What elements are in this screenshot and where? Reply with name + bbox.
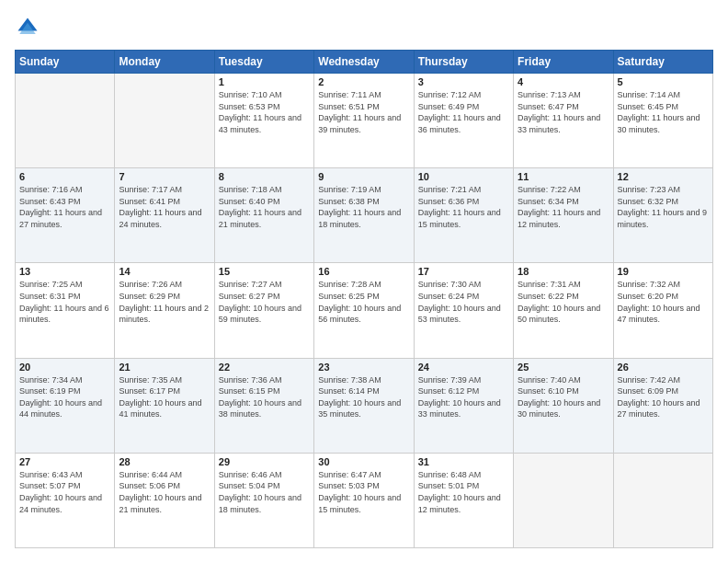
calendar-cell: 29Sunrise: 6:46 AMSunset: 5:04 PMDayligh…: [214, 453, 313, 547]
day-info: Sunrise: 7:39 AMSunset: 6:12 PMDaylight:…: [418, 374, 509, 420]
calendar-cell: 27Sunrise: 6:43 AMSunset: 5:07 PMDayligh…: [16, 453, 115, 547]
calendar-cell: 3Sunrise: 7:12 AMSunset: 6:49 PMDaylight…: [414, 74, 513, 168]
calendar-cell: 1Sunrise: 7:10 AMSunset: 6:53 PMDaylight…: [214, 74, 313, 168]
day-number: 22: [219, 362, 310, 373]
logo-icon: [15, 15, 40, 40]
calendar-cell: 28Sunrise: 6:44 AMSunset: 5:06 PMDayligh…: [115, 453, 214, 547]
calendar-cell: 15Sunrise: 7:27 AMSunset: 6:27 PMDayligh…: [214, 263, 313, 358]
calendar-cell: 17Sunrise: 7:30 AMSunset: 6:24 PMDayligh…: [414, 263, 513, 358]
day-number: 23: [318, 362, 409, 373]
day-info: Sunrise: 6:47 AMSunset: 5:03 PMDaylight:…: [318, 469, 409, 515]
calendar-cell: 9Sunrise: 7:19 AMSunset: 6:38 PMDaylight…: [314, 168, 414, 263]
day-info: Sunrise: 7:13 AMSunset: 6:47 PMDaylight:…: [518, 89, 609, 135]
day-info: Sunrise: 7:38 AMSunset: 6:14 PMDaylight:…: [318, 374, 409, 420]
day-info: Sunrise: 7:18 AMSunset: 6:40 PMDaylight:…: [219, 184, 310, 230]
day-info: Sunrise: 7:30 AMSunset: 6:24 PMDaylight:…: [418, 279, 509, 325]
calendar-cell: 4Sunrise: 7:13 AMSunset: 6:47 PMDaylight…: [514, 74, 613, 168]
day-info: Sunrise: 7:19 AMSunset: 6:38 PMDaylight:…: [318, 184, 409, 230]
day-number: 24: [418, 362, 509, 373]
day-number: 27: [19, 456, 110, 467]
day-info: Sunrise: 7:25 AMSunset: 6:31 PMDaylight:…: [19, 279, 110, 325]
weekday-header: Tuesday: [214, 51, 313, 74]
day-number: 16: [318, 266, 409, 277]
day-number: 30: [318, 456, 409, 467]
day-info: Sunrise: 6:48 AMSunset: 5:01 PMDaylight:…: [418, 469, 509, 515]
calendar-cell: 23Sunrise: 7:38 AMSunset: 6:14 PMDayligh…: [314, 358, 414, 453]
day-number: 17: [418, 266, 509, 277]
day-number: 31: [418, 456, 509, 467]
calendar-cell: 31Sunrise: 6:48 AMSunset: 5:01 PMDayligh…: [414, 453, 513, 547]
weekday-header: Thursday: [414, 51, 513, 74]
day-number: 12: [618, 171, 709, 182]
day-number: 28: [119, 456, 210, 467]
calendar-cell: 6Sunrise: 7:16 AMSunset: 6:43 PMDaylight…: [16, 168, 115, 263]
day-info: Sunrise: 7:16 AMSunset: 6:43 PMDaylight:…: [19, 184, 110, 230]
calendar-cell: 25Sunrise: 7:40 AMSunset: 6:10 PMDayligh…: [514, 358, 613, 453]
day-number: 4: [518, 76, 609, 87]
calendar-week-row: 1Sunrise: 7:10 AMSunset: 6:53 PMDaylight…: [16, 74, 713, 168]
day-number: 6: [19, 171, 110, 182]
calendar-cell: 8Sunrise: 7:18 AMSunset: 6:40 PMDaylight…: [214, 168, 313, 263]
weekday-header: Sunday: [16, 51, 115, 74]
page: SundayMondayTuesdayWednesdayThursdayFrid…: [0, 0, 728, 563]
day-number: 1: [219, 76, 310, 87]
day-number: 14: [119, 266, 210, 277]
calendar-cell: 5Sunrise: 7:14 AMSunset: 6:45 PMDaylight…: [613, 74, 712, 168]
weekday-header: Monday: [115, 51, 214, 74]
calendar-cell: 11Sunrise: 7:22 AMSunset: 6:34 PMDayligh…: [514, 168, 613, 263]
day-info: Sunrise: 7:40 AMSunset: 6:10 PMDaylight:…: [518, 374, 609, 420]
day-info: Sunrise: 7:32 AMSunset: 6:20 PMDaylight:…: [618, 279, 709, 325]
day-number: 26: [618, 362, 709, 373]
calendar-cell: [514, 453, 613, 547]
day-number: 3: [418, 76, 509, 87]
calendar-cell: [16, 74, 115, 168]
day-number: 10: [418, 171, 509, 182]
calendar-cell: 13Sunrise: 7:25 AMSunset: 6:31 PMDayligh…: [16, 263, 115, 358]
calendar-week-row: 20Sunrise: 7:34 AMSunset: 6:19 PMDayligh…: [16, 358, 713, 453]
day-info: Sunrise: 7:42 AMSunset: 6:09 PMDaylight:…: [618, 374, 709, 420]
day-info: Sunrise: 7:22 AMSunset: 6:34 PMDaylight:…: [518, 184, 609, 230]
calendar-cell: 26Sunrise: 7:42 AMSunset: 6:09 PMDayligh…: [613, 358, 712, 453]
calendar-cell: 2Sunrise: 7:11 AMSunset: 6:51 PMDaylight…: [314, 74, 414, 168]
day-info: Sunrise: 7:34 AMSunset: 6:19 PMDaylight:…: [19, 374, 110, 420]
calendar-cell: 20Sunrise: 7:34 AMSunset: 6:19 PMDayligh…: [16, 358, 115, 453]
day-number: 25: [518, 362, 609, 373]
calendar-week-row: 27Sunrise: 6:43 AMSunset: 5:07 PMDayligh…: [16, 453, 713, 547]
day-number: 7: [119, 171, 210, 182]
day-info: Sunrise: 7:31 AMSunset: 6:22 PMDaylight:…: [518, 279, 609, 325]
calendar-cell: [115, 74, 214, 168]
day-info: Sunrise: 7:12 AMSunset: 6:49 PMDaylight:…: [418, 89, 509, 135]
day-info: Sunrise: 7:36 AMSunset: 6:15 PMDaylight:…: [219, 374, 310, 420]
day-number: 13: [19, 266, 110, 277]
day-number: 29: [219, 456, 310, 467]
day-number: 5: [618, 76, 709, 87]
calendar-cell: 21Sunrise: 7:35 AMSunset: 6:17 PMDayligh…: [115, 358, 214, 453]
day-number: 21: [119, 362, 210, 373]
day-info: Sunrise: 7:26 AMSunset: 6:29 PMDaylight:…: [119, 279, 210, 325]
day-info: Sunrise: 7:17 AMSunset: 6:41 PMDaylight:…: [119, 184, 210, 230]
calendar-cell: 12Sunrise: 7:23 AMSunset: 6:32 PMDayligh…: [613, 168, 712, 263]
day-number: 9: [318, 171, 409, 182]
day-info: Sunrise: 6:46 AMSunset: 5:04 PMDaylight:…: [219, 469, 310, 515]
weekday-header: Wednesday: [314, 51, 414, 74]
day-number: 11: [518, 171, 609, 182]
day-info: Sunrise: 7:10 AMSunset: 6:53 PMDaylight:…: [219, 89, 310, 135]
calendar-table: SundayMondayTuesdayWednesdayThursdayFrid…: [15, 50, 713, 548]
calendar-week-row: 13Sunrise: 7:25 AMSunset: 6:31 PMDayligh…: [16, 263, 713, 358]
day-number: 8: [219, 171, 310, 182]
calendar-cell: 14Sunrise: 7:26 AMSunset: 6:29 PMDayligh…: [115, 263, 214, 358]
day-info: Sunrise: 6:43 AMSunset: 5:07 PMDaylight:…: [19, 469, 110, 515]
day-info: Sunrise: 7:14 AMSunset: 6:45 PMDaylight:…: [618, 89, 709, 135]
day-info: Sunrise: 7:35 AMSunset: 6:17 PMDaylight:…: [119, 374, 210, 420]
calendar-cell: 19Sunrise: 7:32 AMSunset: 6:20 PMDayligh…: [613, 263, 712, 358]
calendar-cell: 18Sunrise: 7:31 AMSunset: 6:22 PMDayligh…: [514, 263, 613, 358]
logo: [15, 15, 44, 40]
calendar-cell: 10Sunrise: 7:21 AMSunset: 6:36 PMDayligh…: [414, 168, 513, 263]
day-number: 15: [219, 266, 310, 277]
calendar-cell: 22Sunrise: 7:36 AMSunset: 6:15 PMDayligh…: [214, 358, 313, 453]
calendar-week-row: 6Sunrise: 7:16 AMSunset: 6:43 PMDaylight…: [16, 168, 713, 263]
day-number: 2: [318, 76, 409, 87]
calendar-header-row: SundayMondayTuesdayWednesdayThursdayFrid…: [16, 51, 713, 74]
calendar-cell: 30Sunrise: 6:47 AMSunset: 5:03 PMDayligh…: [314, 453, 414, 547]
day-info: Sunrise: 6:44 AMSunset: 5:06 PMDaylight:…: [119, 469, 210, 515]
